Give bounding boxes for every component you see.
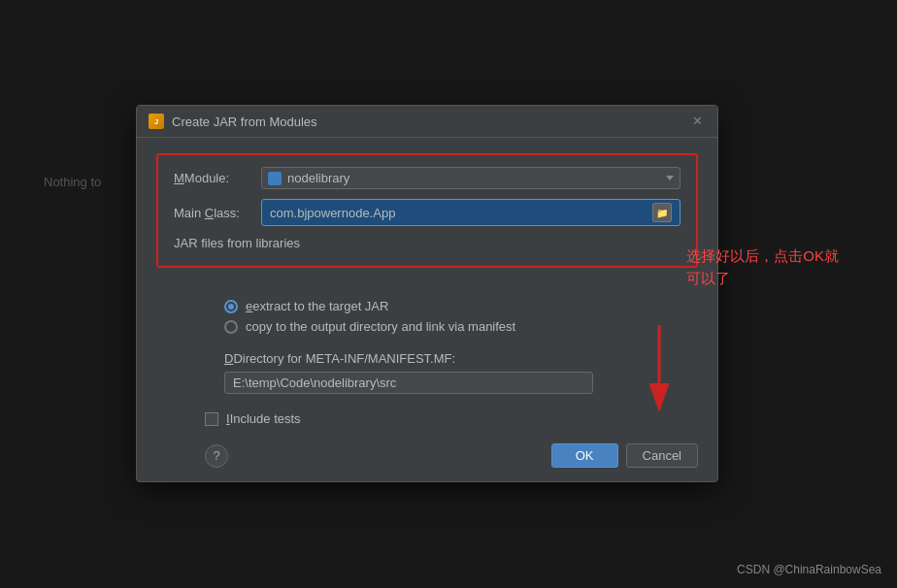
dir-input-row — [156, 372, 698, 394]
radio-extract-row: eextract to the target JAR — [156, 299, 698, 313]
radio-copy[interactable] — [224, 320, 238, 334]
dir-input[interactable] — [224, 372, 593, 394]
jar-files-label: JAR files from libraries — [174, 236, 681, 250]
main-class-label: Main Class: — [174, 206, 261, 220]
ok-button[interactable]: OK — [551, 443, 618, 468]
button-row: ? OK Cancel — [137, 440, 717, 481]
radio-extract[interactable] — [224, 300, 238, 313]
close-button[interactable]: × — [689, 114, 706, 129]
module-icon — [268, 172, 282, 185]
module-section: MModule: nodelibrary Main Class: com.bjp… — [156, 153, 698, 268]
module-value: nodelibrary — [287, 171, 660, 185]
main-class-row: Main Class: com.bjpowernode.App 📁 — [174, 199, 681, 226]
dialog-body: MModule: nodelibrary Main Class: com.bjp… — [137, 138, 717, 295]
module-label: MModule: — [174, 171, 261, 185]
cancel-button[interactable]: Cancel — [626, 443, 698, 468]
dir-label: DDirectory for META-INF/MANIFEST.MF: — [156, 351, 698, 366]
main-class-value: com.bjpowernode.App — [270, 206, 395, 220]
jar-icon: J — [149, 114, 164, 129]
radio-copy-row: copy to the output directory and link vi… — [156, 319, 698, 334]
dialog-titlebar: J Create JAR from Modules × — [137, 106, 717, 138]
watermark: CSDN @ChinaRainbowSea — [737, 563, 881, 576]
include-tests-checkbox[interactable] — [205, 412, 218, 426]
annotation-arrow — [630, 320, 688, 417]
include-tests-label: IInclude tests — [226, 411, 301, 426]
main-class-field[interactable]: com.bjpowernode.App 📁 — [261, 199, 681, 226]
create-jar-dialog: J Create JAR from Modules × MModule: nod… — [136, 105, 718, 482]
help-button[interactable]: ? — [205, 444, 228, 468]
dialog-title: Create JAR from Modules — [172, 114, 317, 129]
annotation-text: 选择好以后，点击OK就 可以了 — [686, 245, 839, 289]
dropdown-arrow-icon — [666, 176, 674, 180]
main-class-browse-button[interactable]: 📁 — [652, 203, 672, 222]
background-text: Nothing to — [44, 175, 101, 189]
module-dropdown[interactable]: nodelibrary — [261, 167, 681, 189]
module-row: MModule: nodelibrary — [174, 167, 681, 189]
titlebar-left: J Create JAR from Modules — [149, 114, 317, 129]
radio-copy-label: copy to the output directory and link vi… — [246, 319, 515, 334]
radio-extract-label: eextract to the target JAR — [246, 299, 388, 313]
